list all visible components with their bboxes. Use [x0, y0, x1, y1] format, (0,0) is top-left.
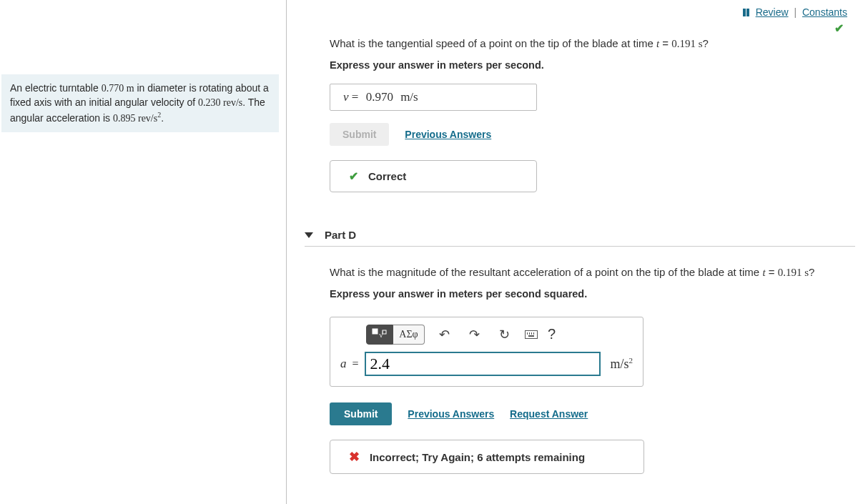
partc-unit: m/s — [400, 90, 418, 104]
partd-feedback: ✖ Incorrect; Try Again; 6 attempts remai… — [330, 440, 644, 474]
partd-unit: m/s2 — [611, 356, 633, 372]
incorrect-icon: ✖ — [349, 450, 360, 464]
svg-rect-0 — [373, 329, 378, 334]
partc-value: 0.970 — [366, 90, 393, 104]
partd-title: Part D — [325, 229, 356, 241]
partd-feedback-text: Incorrect; Try Again; 6 attempts remaini… — [370, 451, 585, 463]
svg-text:√: √ — [379, 330, 384, 339]
partd-question: What is the magnitude of the resultant a… — [330, 265, 844, 281]
collapse-icon[interactable] — [305, 232, 313, 238]
problem-statement: An electric turntable 0.770 m in diamete… — [1, 74, 279, 132]
partc-feedback: ✔ Correct — [330, 160, 537, 192]
book-icon — [743, 7, 750, 19]
partc-variable: v — [343, 90, 349, 104]
template-button[interactable]: √ — [366, 325, 393, 345]
keyboard-icon[interactable] — [525, 330, 538, 339]
greek-button[interactable]: ΑΣφ — [393, 325, 425, 345]
partd-variable: a — [340, 357, 347, 371]
check-icon: ✔ — [834, 21, 844, 35]
answer-input[interactable] — [365, 352, 601, 376]
equation-editor: √ ΑΣφ ↶ ↷ ↻ ? a = m/s2 — [330, 317, 644, 387]
request-answer-link[interactable]: Request Answer — [510, 408, 588, 420]
previous-answers-link[interactable]: Previous Answers — [408, 408, 494, 420]
reset-icon[interactable]: ↻ — [493, 325, 515, 345]
equation-toolbar: √ ΑΣφ ↶ ↷ ↻ ? — [366, 325, 633, 345]
partc-question: What is the tangential speed of a point … — [330, 36, 844, 52]
help-icon[interactable]: ? — [548, 326, 556, 342]
partd-instruction: Express your answer in meters per second… — [330, 288, 844, 300]
undo-icon[interactable]: ↶ — [433, 325, 455, 345]
submit-button[interactable]: Submit — [330, 402, 392, 425]
review-link[interactable]: Review — [756, 6, 789, 18]
partc-feedback-text: Correct — [368, 170, 406, 182]
partd-header: Part D — [305, 229, 855, 247]
partc-answer-box: v = 0.970 m/s — [330, 84, 537, 111]
submit-button: Submit — [330, 123, 389, 146]
top-links: Review | Constants — [743, 6, 847, 19]
previous-answers-link[interactable]: Previous Answers — [405, 129, 491, 140]
redo-icon[interactable]: ↷ — [463, 325, 485, 345]
correct-icon: ✔ — [349, 170, 358, 182]
constants-link[interactable]: Constants — [802, 6, 847, 18]
partc-instruction: Express your answer in meters per second… — [330, 59, 844, 71]
